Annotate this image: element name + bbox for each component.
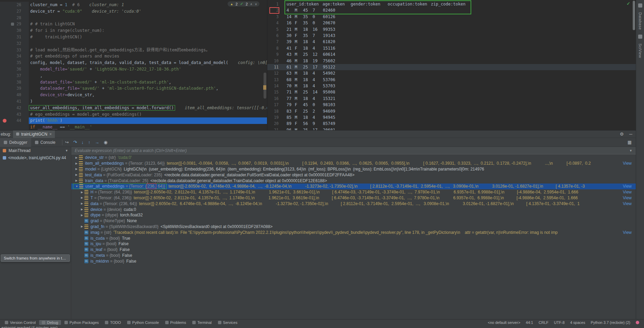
stripe-button-services[interactable]: Services [215, 320, 240, 325]
tab-debugger[interactable]: Debugger [0, 138, 31, 147]
line-number[interactable]: 6 [267, 33, 283, 39]
expand-chevron[interactable]: ▶ [74, 167, 79, 171]
status-widget[interactable]: UTF-8 [554, 320, 564, 325]
gutter-icon[interactable] [11, 23, 14, 26]
status-widget[interactable]: Python 3.7 (recbole) (2) [591, 320, 630, 325]
expand-chevron[interactable]: ▶ [74, 173, 79, 176]
variable-row[interactable]: ▶test_data = {FullSortEvalDataLoader: 23… [71, 172, 636, 178]
expand-chevron[interactable]: ▶ [80, 191, 84, 194]
line-number[interactable]: 42 [0, 105, 29, 111]
variable-row[interactable]: 01is_cuda = {bool}True [71, 235, 636, 241]
code-line[interactable]: 29# # train LightGCN [0, 21, 267, 27]
table-row[interactable]: 1677M18415321 [267, 96, 636, 102]
editor-scrollbar[interactable] [263, 0, 267, 130]
variable-row[interactable]: ▶device = {device}cuda:0 [71, 206, 636, 212]
line-number[interactable]: 41 [0, 98, 29, 105]
line-number[interactable]: 1 [267, 1, 283, 7]
tool-window-button-sciview[interactable]: SciView [638, 43, 642, 58]
variable-row[interactable]: 01imag = {str}'Traceback (most recent ca… [71, 229, 636, 235]
table-row[interactable]: 314M35060126 [267, 14, 636, 20]
variable-row[interactable]: 01is_meta = {bool}False [71, 253, 636, 258]
stripe-button-python-packages[interactable]: Python Packages [62, 320, 102, 325]
stripe-button-python-console[interactable]: Python Console [124, 320, 162, 325]
line-number[interactable]: 3 [267, 14, 283, 20]
view-link[interactable]: View [623, 184, 632, 189]
table-row[interactable]: 1470M18453703 [267, 83, 636, 89]
line-number[interactable]: 18 [267, 108, 283, 114]
expand-chevron[interactable]: ▶ [80, 214, 84, 217]
inspections-widget[interactable]: ▲2 ✓2 ∧ ∨ [228, 1, 259, 7]
code-line[interactable]: 28 [0, 15, 267, 21]
stripe-button-debug[interactable]: Debug [39, 320, 61, 325]
code-line[interactable]: 35config, model, dataset, train_data, va… [0, 60, 267, 66]
stack-frame-item[interactable]: <module>, trainLightGCN.py:44 [0, 154, 71, 161]
show-execution-point-icon[interactable]: ↪ [65, 140, 69, 145]
code-line[interactable]: 36 model_file='saved/' + 'LightGCN-Nov-1… [0, 66, 267, 73]
variable-row[interactable]: ▶data = {Tensor: (236, 64)}tensor([[-2.6… [71, 201, 636, 206]
line-number[interactable]: 34 [0, 53, 29, 60]
stripe-button-todo[interactable]: TODO [102, 320, 124, 325]
expand-chevron[interactable]: ▶ [80, 196, 84, 199]
step-into-icon[interactable]: ↓ [82, 140, 84, 145]
tab-console[interactable]: Console [31, 138, 59, 147]
settings-gear-icon[interactable]: ⚙ [620, 131, 624, 137]
expand-chevron[interactable]: ▶ [74, 156, 79, 159]
table-row[interactable]: 416F35020670 [267, 20, 636, 26]
table-row[interactable]: 521M181699353 [267, 26, 636, 33]
expand-chevron[interactable]: ▶ [80, 225, 84, 228]
code-line[interactable]: 41) [0, 98, 267, 105]
code-line[interactable]: 30# for i in range(cluster_num): [0, 27, 267, 34]
thread-selector[interactable]: MainThread ▼ [0, 147, 71, 154]
variable-row[interactable]: ▶train_data = {TrainDataLoader: 25}<recb… [71, 178, 636, 184]
data-file-editor[interactable]: 1user_id:tokenage:tokengender:tokenoccup… [267, 0, 636, 130]
tool-window-button-database[interactable]: Database [638, 12, 642, 30]
next-problem-icon[interactable]: ∨ [255, 2, 257, 6]
step-out-icon[interactable]: ↑ [88, 140, 90, 145]
status-widget[interactable]: 44:1 [526, 320, 533, 325]
code-line[interactable]: 27device_str = "cuda:0"device_str: 'cuda… [0, 8, 267, 15]
line-number[interactable]: 39 [0, 85, 29, 92]
evaluate-expression-input[interactable]: Evaluate expression (Enter) or add a wat… [71, 147, 636, 154]
code-line[interactable]: 38 dataset_file='saved/' + 'ml-1m-cluste… [0, 79, 267, 86]
line-number[interactable]: 8 [267, 45, 283, 51]
line-number[interactable]: 14 [267, 83, 283, 89]
line-number[interactable]: 21 [267, 127, 283, 130]
line-number[interactable]: 29 [0, 21, 29, 27]
line-number[interactable]: 26 [0, 2, 29, 8]
code-line[interactable]: 39 dataloader_file='saved/' + 'ml-1m-clu… [0, 85, 267, 92]
table-row[interactable]: 943M251260614 [267, 51, 636, 58]
variable-row[interactable]: ▶T = {Tensor: (64, 236)}tensor([[-2.6050… [71, 195, 636, 201]
line-number[interactable]: 7 [267, 39, 283, 45]
breakpoint-icon[interactable] [3, 119, 7, 123]
table-row[interactable]: 630F35719143 [267, 33, 636, 39]
line-number[interactable]: 32 [0, 40, 29, 47]
line-number[interactable]: 35 [0, 60, 29, 66]
table-row[interactable]: 1263M18454902 [267, 70, 636, 76]
line-number[interactable]: 12 [267, 70, 283, 76]
line-number[interactable]: 38 [0, 79, 29, 86]
line-number[interactable]: 36 [0, 66, 29, 73]
table-row[interactable]: 1368M18453706 [267, 77, 636, 83]
code-line[interactable]: 44print('hhhh') [0, 117, 267, 124]
line-number[interactable]: 10 [267, 58, 283, 64]
view-link[interactable]: View [623, 195, 632, 200]
table-row[interactable]: 1779F45098103 [267, 102, 636, 108]
expand-chevron[interactable]: ▼ [74, 185, 79, 188]
variable-row[interactable]: ▶dtype = {dtype}torch.float32 [71, 212, 636, 218]
variable-row[interactable]: ▶item_all_embeddings = {Tensor: (3123, 6… [71, 161, 636, 166]
code-line[interactable]: 26cluster_num = 1 # 6cluster_num: 1 [0, 2, 267, 8]
line-number[interactable]: 28 [0, 15, 29, 21]
error-stripe-mark[interactable] [263, 85, 266, 90]
line-number[interactable]: 9 [267, 51, 283, 58]
status-indicator-icon[interactable] [636, 321, 639, 324]
expand-chevron[interactable]: ▶ [80, 202, 84, 205]
line-number[interactable]: 13 [267, 77, 283, 83]
status-widget[interactable]: CRLF [539, 320, 549, 325]
variable-row[interactable]: ▶H = {Tensor: (64, 236)}tensor([[-2.6050… [71, 189, 636, 195]
run-to-cursor-icon[interactable]: → [95, 140, 99, 145]
line-number[interactable]: 27 [0, 8, 29, 15]
line-number[interactable]: 16 [267, 96, 283, 102]
table-row[interactable]: 24M45702460 [267, 7, 636, 13]
line-number[interactable]: 31 [0, 34, 29, 40]
table-row[interactable]: 1046M181975602 [267, 58, 636, 64]
